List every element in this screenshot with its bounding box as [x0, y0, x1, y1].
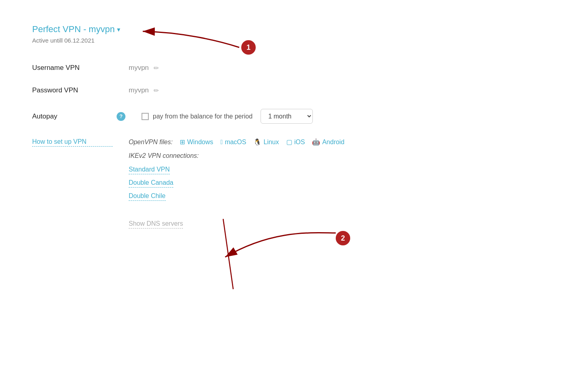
android-icon: 🤖: [312, 138, 320, 146]
active-until-text: Active untill 06.12.2021: [32, 37, 551, 44]
edit-password-icon[interactable]: ✏: [154, 87, 159, 94]
chevron-down-icon[interactable]: ▾: [117, 26, 120, 33]
ios-link[interactable]: ▢ iOS: [286, 138, 305, 146]
show-dns-link[interactable]: Show DNS servers: [129, 220, 183, 229]
edit-username-icon[interactable]: ✏: [154, 64, 159, 72]
apple-icon: : [220, 139, 223, 146]
period-select[interactable]: 1 month 3 months 6 months 1 year: [261, 109, 313, 124]
autopay-label: Autopay: [32, 112, 113, 120]
annotation-badge-1: 1: [241, 40, 256, 55]
windows-link[interactable]: ⊞ Windows: [180, 138, 213, 146]
linux-icon: 🐧: [253, 138, 261, 146]
macos-link[interactable]:  macOS: [220, 139, 246, 146]
windows-icon: ⊞: [180, 138, 185, 146]
autopay-help-icon[interactable]: ?: [117, 112, 125, 121]
double-chile-link[interactable]: Double Chile: [129, 192, 166, 201]
autopay-description: pay from the balance for the period: [153, 113, 252, 120]
android-link[interactable]: 🤖 Android: [312, 138, 344, 146]
password-label: Password VPN: [32, 86, 113, 94]
double-canada-link[interactable]: Double Canada: [129, 179, 173, 188]
setup-vpn-link[interactable]: How to set up VPN: [32, 138, 113, 147]
standard-vpn-link[interactable]: Standard VPN: [129, 166, 170, 174]
ios-label: iOS: [294, 139, 305, 146]
annotation-badge-2: 2: [336, 231, 350, 245]
linux-link[interactable]: 🐧 Linux: [253, 138, 279, 146]
vpn-title[interactable]: Perfect VPN - myvpn: [32, 24, 115, 35]
ios-icon: ▢: [286, 138, 292, 146]
macos-label: macOS: [225, 139, 246, 146]
linux-label: Linux: [263, 139, 279, 146]
windows-label: Windows: [187, 139, 213, 146]
username-value: myvpn: [129, 64, 149, 72]
android-label: Android: [322, 139, 344, 146]
username-label: Username VPN: [32, 64, 113, 72]
openvpn-label: OpenVPN files:: [129, 139, 172, 146]
ikev2-label: IKEv2 VPN connections:: [129, 152, 199, 159]
password-value: myvpn: [129, 86, 149, 94]
autopay-checkbox[interactable]: [142, 113, 149, 120]
